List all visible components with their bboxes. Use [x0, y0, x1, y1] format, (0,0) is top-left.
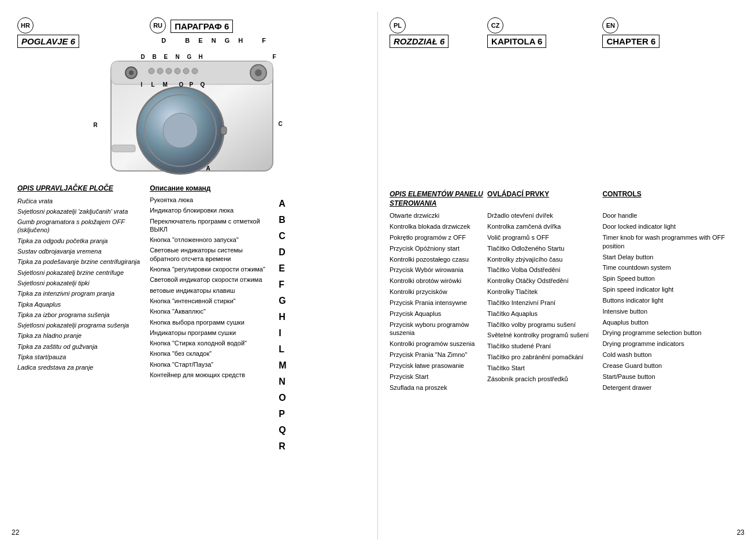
label-I: I	[141, 81, 143, 88]
en-item-3: Start Delay button	[602, 253, 739, 262]
hr-item-0: Ručica vrata	[17, 197, 145, 205]
cz-item-3: Tlačítko Odloženého Startu	[487, 244, 599, 253]
cz-item-4: Kontrolky zbývajícího času	[487, 255, 599, 264]
cz-item-11: Světelné kontrolky programů sušení	[487, 331, 599, 340]
svg-rect-16	[112, 145, 135, 152]
en-item-9: Aquaplus button	[602, 318, 739, 327]
en-header: EN CHAPTER 6	[602, 17, 739, 48]
svg-point-3	[129, 70, 134, 75]
en-item-6: Spin speed indicator light	[602, 285, 739, 294]
ru-item-0: Рукоятка люка	[150, 196, 274, 204]
en-item-8: Intensive button	[602, 307, 739, 316]
hr-item-7: Svjetlosni pokazatelji tipki	[17, 279, 145, 287]
hr-item-5: Tipka za podešavanje brzine centrifugira…	[17, 258, 145, 266]
label-D: D	[141, 54, 145, 60]
pl-item-15: Szuflada na proszek	[390, 384, 484, 392]
label-N: N	[176, 54, 180, 60]
label-O: O	[179, 81, 184, 88]
letter-H: H	[279, 310, 366, 324]
letter-I: I	[279, 326, 366, 340]
en-item-12: Cold wash button	[602, 351, 739, 359]
en-item-1: Door locked indicator light	[602, 222, 739, 231]
cz-item-6: Kontrolky Otáčky Odstředění	[487, 277, 599, 285]
label-G: G	[187, 54, 192, 60]
en-item-4: Time countdown system	[602, 263, 739, 272]
pl-item-14: Przycisk Start	[390, 373, 484, 381]
hr-item-2: Gumb programatora s položajem OFF (isklj…	[17, 218, 145, 234]
ru-chapter-title: ПАРАГРАФ 6	[171, 20, 233, 33]
pl-item-4: Kontrolki pozostałego czasu	[390, 255, 484, 264]
label-M: M	[163, 81, 168, 88]
letter-P: P	[279, 407, 366, 421]
page-number-left: 22	[12, 528, 19, 537]
cz-item-14: Tlačítko Start	[487, 364, 599, 373]
svg-point-6	[166, 68, 172, 74]
pl-item-13: Przycisk łatwe prasowanie	[390, 362, 484, 370]
pl-item-2: Pokrętło programów z OFF	[390, 233, 484, 242]
svg-rect-15	[221, 126, 227, 135]
ru-item-11: Индикаторы программ сушки	[150, 329, 274, 337]
pl-header: PL ROZDZIAŁ 6	[390, 17, 487, 48]
letter-E: E	[279, 262, 366, 276]
machine-top-labels: D B E N G H F	[161, 37, 366, 44]
pl-item-5: Przycisk Wybór wirowania	[390, 266, 484, 274]
cz-item-5: Tlačítko Volba Odstředění	[487, 266, 599, 274]
label-R: R	[94, 122, 98, 128]
en-chapter-title: CHAPTER 6	[602, 35, 659, 48]
ru-item-8: Кнопка "интенсивной стирки"	[150, 297, 274, 305]
letter-B: B	[279, 213, 366, 227]
cz-item-0: Držadlo otevření dvířek	[487, 211, 599, 220]
cz-item-2: Volič programů s OFF	[487, 233, 599, 242]
ru-item-1: Индикатор блокировки люка	[150, 206, 274, 214]
svg-point-8	[183, 68, 189, 74]
right-lists: Otwarte drzwiczki Kontrolka blokada drzw…	[390, 211, 739, 394]
ru-column: RU ПАРАГРАФ 6 D B E N G H F	[150, 17, 366, 48]
ru-section-title: Описание команд	[150, 184, 274, 192]
left-page: HR POGLAVJE 6 RU ПАРАГРАФ 6 D B E N G H …	[6, 12, 378, 539]
label-Q: Q	[201, 81, 205, 88]
svg-point-7	[175, 68, 180, 74]
ru-item-7: ветовые индикаторы клавиш	[150, 286, 274, 295]
ru-item-3: Кнопка "отложенного запуска"	[150, 236, 274, 244]
letter-F: F	[279, 278, 366, 292]
en-badge: EN	[602, 17, 618, 33]
cz-item-1: Kontrolka zamčená dvířka	[487, 222, 599, 231]
en-item-7: Buttons indicator light	[602, 296, 739, 305]
pl-item-9: Przycisk Aquaplus	[390, 310, 484, 318]
en-section-title: CONTROLS	[602, 190, 739, 198]
list-area: OPIS UPRAVLJAČKE PLOČE Ručica vrata Svje…	[17, 184, 366, 456]
cz-item-13: Tlačítko pro zabránění pomačkání	[487, 353, 599, 362]
en-item-0: Door handle	[602, 211, 739, 220]
ru-item-4: Световые индикаторы системы обратного от…	[150, 246, 274, 263]
cz-chapter-title: KAPITOLA 6	[487, 35, 546, 48]
hr-item-13: Tipka za zaštitu od gužvanja	[17, 342, 145, 351]
pl-item-11: Kontrolki programów suszenia	[390, 340, 484, 348]
label-P: P	[190, 81, 194, 88]
en-item-5: Spin Speed button	[602, 274, 739, 283]
hr-item-15: Ladica sredstava za pranje	[17, 363, 145, 371]
label-A: A	[206, 165, 210, 172]
pl-item-0: Otwarte drzwiczki	[390, 211, 484, 220]
hr-item-8: Tipka za intenzivni program pranja	[17, 289, 145, 297]
cz-section-title: OVLÁDACÍ PRVKY	[487, 190, 602, 198]
svg-point-4	[149, 68, 154, 74]
ru-item-10: Кнопка выбора программ сушки	[150, 318, 274, 326]
right-badge-row: PL ROZDZIAŁ 6 CZ KAPITOLA 6 EN CHAPTER 6	[390, 17, 739, 48]
letter-C: C	[279, 229, 366, 243]
cz-item-8: Tlačítko Intenzivní Praní	[487, 299, 599, 307]
cz-section-title-col: OVLÁDACÍ PRVKY	[487, 190, 602, 208]
label-F: F	[273, 54, 276, 60]
en-item-15: Detergent drawer	[602, 384, 739, 392]
right-section-titles: OPIS ELEMENTÓW PANELU STEROWANIA OVLÁDAC…	[390, 190, 739, 208]
left-top: HR POGLAVJE 6 RU ПАРАГРАФ 6 D B E N G H …	[17, 17, 366, 48]
en-list: Door handle Door locked indicator light …	[602, 211, 739, 394]
hr-item-9: Tipka Aquaplus	[17, 300, 145, 308]
pl-section-title-col: OPIS ELEMENTÓW PANELU STEROWANIA	[390, 190, 487, 208]
letter-R: R	[279, 440, 366, 453]
ru-item-13: Кнопка "без складок"	[150, 349, 274, 358]
pl-item-3: Przycisk Opóźniony start	[390, 244, 484, 253]
ru-item-12: Кнопка "Стирка холодной водой"	[150, 339, 274, 347]
cz-item-15: Zásobník pracích prostředků	[487, 375, 599, 384]
cz-list: Držadlo otevření dvířek Kontrolka zamčen…	[487, 211, 602, 394]
en-item-13: Crease Guard button	[602, 362, 739, 370]
